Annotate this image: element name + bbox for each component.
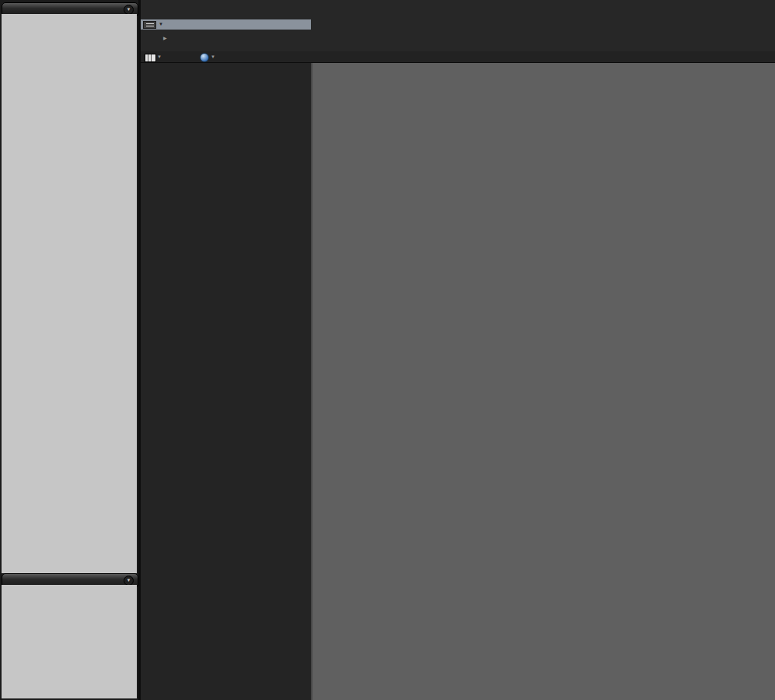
track-list — [2, 14, 137, 573]
edit-area — [311, 63, 775, 700]
timecode-chevron-icon[interactable]: ▼ — [159, 22, 163, 26]
timebase-clock-icon[interactable] — [200, 53, 209, 62]
timecode-ruler-row[interactable]: ▼ — [141, 19, 311, 30]
track-headers-column — [141, 63, 311, 700]
sidebar: ▼ ▼ — [0, 0, 138, 700]
protools-edit-window: ▼ ▼ ▼ ▶ ▼ ▼ — [0, 0, 775, 700]
group-list — [2, 585, 137, 698]
edit-toolbar-row: ▼ ▼ — [141, 51, 775, 63]
timebase-chevron-icon[interactable]: ▼ — [211, 54, 215, 59]
timecode-options-icon[interactable] — [143, 21, 156, 29]
tempo-expand-icon[interactable]: ▶ — [163, 35, 167, 40]
track-view-columns-icon[interactable] — [145, 54, 156, 62]
track-view-chevron-icon[interactable]: ▼ — [157, 54, 162, 59]
ruler-area: ▼ ▶ — [141, 0, 775, 51]
